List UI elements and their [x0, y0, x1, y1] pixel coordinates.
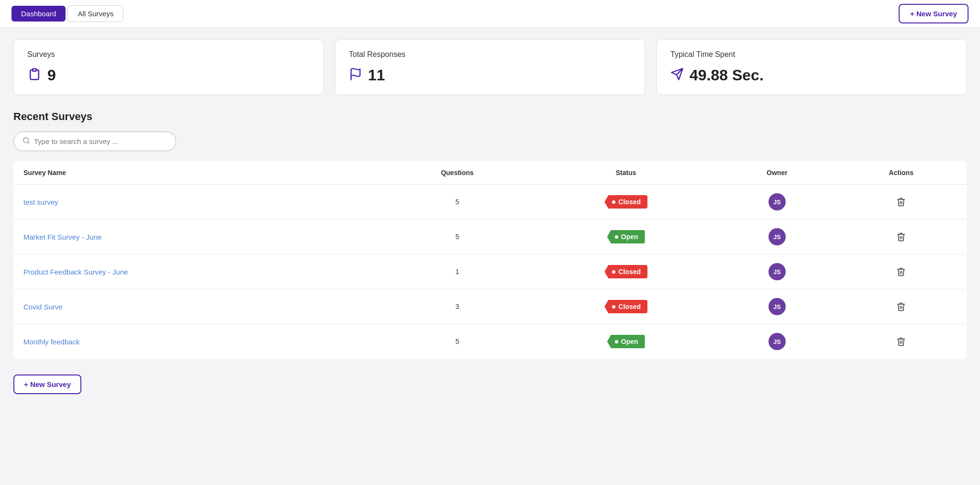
survey-status-cell: Open: [534, 220, 718, 254]
survey-actions-cell: [836, 324, 967, 359]
survey-actions-cell: [836, 185, 967, 220]
survey-questions-cell: 1: [380, 254, 534, 289]
survey-status-cell: Closed: [534, 289, 718, 324]
status-dot-icon: [612, 305, 615, 309]
avatar: JS: [768, 193, 786, 210]
survey-owner-cell: JS: [718, 220, 836, 254]
survey-name-cell: Covid Surve: [14, 289, 381, 324]
search-input[interactable]: [34, 137, 158, 145]
col-header-name: Survey Name: [14, 161, 381, 185]
time-stat-value-row: 49.88 Sec.: [670, 66, 953, 84]
survey-name-cell: test survey: [14, 185, 381, 220]
survey-name-link[interactable]: Monthly feedback: [23, 338, 80, 346]
table-row: Monthly feedback5OpenJS: [14, 324, 967, 359]
survey-name-link[interactable]: Covid Surve: [23, 303, 63, 311]
new-survey-bottom-button[interactable]: + New Survey: [13, 375, 81, 394]
responses-stat-value-row: 11: [349, 66, 631, 84]
surveys-stat-number: 9: [47, 66, 56, 84]
survey-name-cell: Monthly feedback: [14, 324, 381, 359]
responses-stat-number: 11: [368, 66, 385, 84]
table-row: test survey5ClosedJS: [14, 185, 967, 220]
delete-icon[interactable]: [846, 232, 957, 242]
survey-questions-cell: 5: [380, 220, 534, 254]
responses-stat-card: Total Responses 11: [335, 39, 645, 95]
col-header-status: Status: [534, 161, 718, 185]
col-header-questions: Questions: [380, 161, 534, 185]
avatar: JS: [768, 333, 786, 350]
survey-owner-cell: JS: [718, 289, 836, 324]
survey-owner-cell: JS: [718, 254, 836, 289]
survey-owner-cell: JS: [718, 185, 836, 220]
table-body: test survey5ClosedJSMarket Fit Survey - …: [14, 185, 967, 359]
survey-name-cell: Product Feedback Survey - June: [14, 254, 381, 289]
avatar: JS: [768, 263, 786, 280]
avatar: JS: [768, 228, 786, 245]
status-badge: Closed: [604, 265, 647, 278]
col-header-actions: Actions: [836, 161, 967, 185]
table-row: Covid Surve3ClosedJS: [14, 289, 967, 324]
time-stat-icon: [670, 67, 684, 83]
survey-name-link[interactable]: Market Fit Survey - June: [23, 233, 101, 241]
survey-questions-cell: 5: [380, 324, 534, 359]
responses-stat-label: Total Responses: [349, 50, 631, 59]
header-nav: Dashboard All Surveys: [11, 5, 123, 22]
responses-stat-icon: [349, 67, 362, 83]
status-dot-icon: [612, 200, 615, 204]
survey-name-link[interactable]: test survey: [23, 198, 58, 206]
survey-actions-cell: [836, 289, 967, 324]
status-badge: Closed: [604, 195, 647, 209]
surveys-stat-label: Surveys: [27, 50, 310, 59]
survey-name-cell: Market Fit Survey - June: [14, 220, 381, 254]
survey-status-cell: Open: [534, 324, 718, 359]
search-container: [13, 132, 967, 151]
survey-questions-cell: 3: [380, 289, 534, 324]
surveys-stat-card: Surveys 9: [13, 39, 323, 95]
survey-table: Survey Name Questions Status Owner Actio…: [13, 161, 967, 359]
delete-icon[interactable]: [846, 302, 957, 311]
col-header-owner: Owner: [718, 161, 836, 185]
status-dot-icon: [612, 270, 615, 274]
delete-icon[interactable]: [846, 197, 957, 207]
delete-icon[interactable]: [846, 337, 957, 346]
status-badge: Open: [607, 230, 645, 243]
time-stat-card: Typical Time Spent 49.88 Sec.: [657, 39, 967, 95]
avatar: JS: [768, 298, 786, 315]
status-badge: Closed: [604, 300, 647, 313]
time-stat-label: Typical Time Spent: [670, 50, 953, 59]
main-content: Surveys 9 Total Responses: [0, 28, 980, 406]
recent-surveys-section: Recent Surveys Survey Name Questions Sta…: [13, 110, 967, 394]
survey-actions-cell: [836, 220, 967, 254]
header: Dashboard All Surveys + New Survey: [0, 0, 980, 28]
table-row: Market Fit Survey - June5OpenJS: [14, 220, 967, 254]
survey-questions-cell: 5: [380, 185, 534, 220]
svg-rect-0: [33, 69, 36, 71]
table-row: Product Feedback Survey - June1ClosedJS: [14, 254, 967, 289]
table-header: Survey Name Questions Status Owner Actio…: [14, 161, 967, 185]
status-dot-icon: [615, 235, 618, 239]
surveys-stat-value-row: 9: [27, 66, 310, 84]
status-badge: Open: [607, 335, 645, 348]
all-surveys-nav-button[interactable]: All Surveys: [67, 5, 123, 22]
survey-owner-cell: JS: [718, 324, 836, 359]
search-icon: [22, 137, 30, 146]
search-box: [13, 132, 176, 151]
status-dot-icon: [615, 340, 618, 343]
delete-icon[interactable]: [846, 267, 957, 276]
new-survey-header-button[interactable]: + New Survey: [899, 4, 969, 23]
survey-status-cell: Closed: [534, 254, 718, 289]
time-stat-number: 49.88 Sec.: [690, 66, 764, 84]
svg-line-5: [28, 142, 29, 143]
survey-name-link[interactable]: Product Feedback Survey - June: [23, 268, 128, 276]
dashboard-nav-button[interactable]: Dashboard: [11, 6, 66, 22]
surveys-stat-icon: [27, 67, 42, 84]
survey-actions-cell: [836, 254, 967, 289]
survey-status-cell: Closed: [534, 185, 718, 220]
recent-surveys-title: Recent Surveys: [13, 110, 967, 123]
stats-row: Surveys 9 Total Responses: [13, 39, 967, 95]
